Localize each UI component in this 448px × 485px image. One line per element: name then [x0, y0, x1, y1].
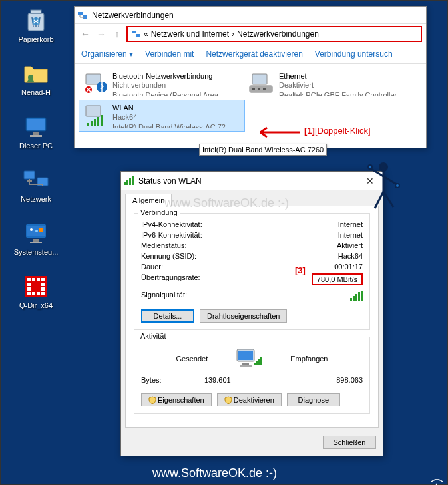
desktop: Papierkorb Nenad-H Dieser PC Netzwerk Sy… [0, 0, 448, 485]
desktop-icon-network[interactable]: Netzwerk [13, 167, 59, 203]
svg-rect-38 [252, 74, 267, 84]
svg-rect-44 [87, 123, 89, 126]
desktop-icon-user-folder[interactable]: Nenad-H [13, 61, 59, 96]
dialog-titlebar[interactable]: Status von WLAN ✕ [121, 172, 383, 190]
icon-label: Q-Dir_x64 [13, 301, 59, 309]
tab-general[interactable]: Allgemein [125, 194, 172, 206]
annotation-arrow [254, 124, 300, 142]
pc-icon [23, 114, 49, 140]
properties-button[interactable]: Eigenschaften [141, 393, 212, 406]
prop-key: IPv6-Konnektivität: [141, 231, 202, 239]
svg-rect-42 [263, 88, 266, 90]
connection-section: Verbindung IPv4-Konnektivität:Internet I… [134, 213, 370, 330]
received-label: Empfangen [290, 355, 328, 363]
icon-label: Systemsteu... [13, 248, 59, 256]
recycle-bin-icon [23, 7, 49, 34]
connection-item-bluetooth[interactable]: Bluetooth-Netzwerkverbindung Nicht verbu… [79, 68, 245, 100]
tab-strip: Allgemein [121, 190, 383, 206]
activity-section: Aktivität Gesendet —— —— Empfangen Bytes… [134, 337, 370, 414]
network-connections-window: Netzwerkverbindungen ← → ↑ « Netzwerk un… [74, 6, 427, 148]
svg-rect-25 [27, 287, 31, 291]
activity-icon [234, 347, 264, 371]
svg-rect-15 [39, 228, 43, 232]
svg-rect-41 [258, 88, 260, 90]
svg-rect-23 [27, 283, 31, 286]
icon-label: Nenad-H [13, 88, 59, 96]
connection-item-wlan[interactable]: WLAN Hack64 Intel(R) Dual Band Wireless-… [79, 100, 245, 132]
svg-point-14 [35, 230, 38, 232]
prop-value-transfer-rate: 780,0 MBit/s [312, 273, 363, 285]
svg-point-58 [368, 165, 372, 169]
prop-key: IPv4-Konnektivität: [141, 220, 202, 228]
prop-value: Internet [338, 220, 363, 228]
disable-button[interactable]: Deaktivieren [217, 393, 282, 406]
connection-item-ethernet[interactable]: Ethernet Deaktiviert Realtek PCIe GBE Fa… [245, 68, 411, 100]
connect-with-button[interactable]: Verbinden mit [145, 49, 194, 59]
svg-rect-20 [32, 278, 35, 281]
svg-rect-33 [132, 31, 136, 33]
back-button[interactable]: ← [79, 27, 92, 41]
svg-rect-43 [86, 106, 101, 116]
svg-rect-55 [258, 359, 260, 365]
connection-name: Ethernet [279, 71, 408, 81]
navigation-bar: ← → ↑ « Netzwerk und Internet › Netzwerk… [75, 24, 426, 44]
annotation-marker: [1][Doppelt-Klick] [304, 126, 371, 136]
ethernet-icon [248, 71, 275, 96]
svg-rect-29 [37, 292, 40, 295]
bytes-recv-value: 898.063 [336, 376, 363, 384]
connection-name: Bluetooth-Netzwerkverbindung [112, 71, 242, 81]
folder-icon [23, 61, 49, 87]
up-button[interactable]: ↑ [111, 27, 124, 41]
svg-rect-6 [33, 132, 39, 135]
diagnose-button[interactable]: Diagnose [287, 393, 340, 406]
svg-rect-52 [240, 365, 252, 367]
details-button[interactable]: Details... [141, 309, 194, 323]
svg-rect-8 [24, 171, 35, 179]
desktop-icon-qdir[interactable]: Q-Dir_x64 [13, 273, 59, 309]
connection-adapter: Intel(R) Dual Band Wireless-AC 72... [112, 122, 242, 128]
prop-key: Übertragungsrate: [141, 273, 200, 285]
svg-rect-30 [41, 292, 45, 295]
desktop-icon-this-pc[interactable]: Dieser PC [13, 114, 59, 150]
prop-key: Kennung (SSID): [141, 252, 196, 260]
wlan-icon [82, 103, 109, 128]
organize-menu[interactable]: Organisieren ▾ [81, 49, 133, 59]
breadcrumb-part[interactable]: Netzwerk und Internet [151, 29, 229, 39]
svg-rect-28 [32, 292, 35, 295]
toolbar: Organisieren ▾ Verbinden mit Netzwerkger… [75, 44, 426, 64]
icon-label: Papierkorb [13, 35, 59, 43]
svg-rect-56 [260, 357, 262, 365]
disable-device-button[interactable]: Netzwerkgerät deaktivieren [206, 49, 302, 59]
connection-status: Nicht verbunden [112, 81, 242, 90]
breadcrumb-part[interactable]: Netzwerkverbindungen [237, 29, 319, 39]
svg-point-59 [395, 184, 399, 188]
signal-quality-bars [350, 291, 363, 303]
titlebar[interactable]: Netzwerkverbindungen [75, 7, 426, 24]
close-button[interactable]: Schließen [323, 436, 376, 449]
connection-status: Deaktiviert [279, 81, 408, 90]
bytes-sent-value: 139.601 [204, 376, 231, 384]
prop-key: Medienstatus: [141, 242, 186, 249]
connection-status: Hack64 [112, 112, 242, 122]
breadcrumb[interactable]: « Netzwerk und Internet › Netzwerkverbin… [126, 26, 422, 42]
connection-adapter: Realtek PCIe GBE Family Controller [279, 90, 408, 96]
forward-button[interactable]: → [95, 27, 108, 41]
diagnose-connection-button[interactable]: Verbindung untersuch [315, 49, 393, 59]
network-icon [23, 167, 49, 194]
desktop-icon-recycle-bin[interactable]: Papierkorb [13, 7, 59, 43]
desktop-icon-control-panel[interactable]: Systemsteu... [13, 220, 59, 256]
breadcrumb-icon [132, 29, 141, 39]
svg-rect-17 [30, 242, 42, 243]
sent-label: Gesendet [176, 355, 208, 363]
svg-rect-10 [27, 180, 32, 182]
wireless-properties-button[interactable]: Drahtloseigenschaften [200, 309, 287, 323]
svg-rect-16 [33, 239, 39, 242]
window-title: Netzwerkverbindungen [92, 11, 423, 20]
svg-rect-40 [252, 88, 255, 90]
svg-rect-47 [97, 117, 99, 126]
prop-value: 00:01:17 [334, 263, 363, 271]
section-label: Aktivität [138, 332, 168, 340]
svg-rect-48 [101, 115, 103, 126]
svg-rect-5 [27, 119, 45, 130]
svg-rect-1 [31, 10, 41, 13]
